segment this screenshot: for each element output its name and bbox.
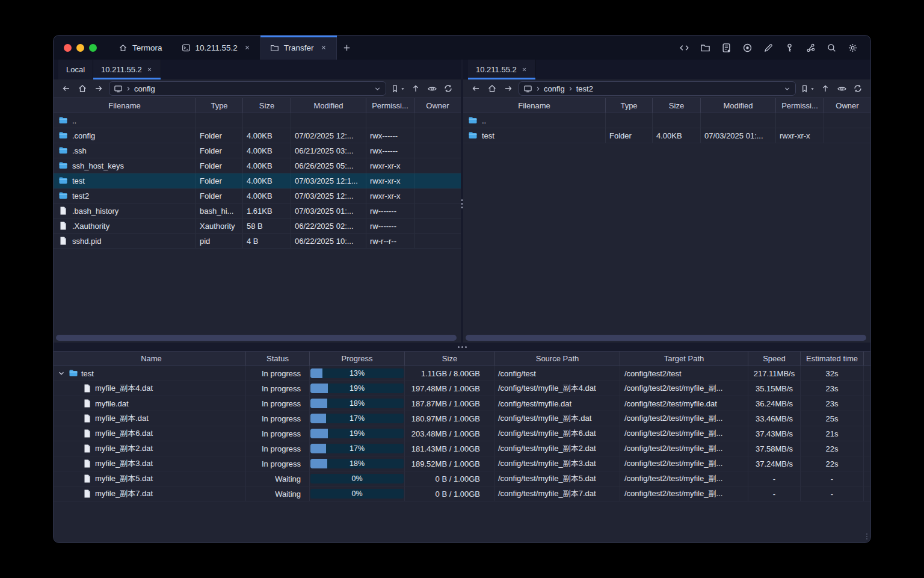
path-field[interactable]: config bbox=[109, 81, 386, 96]
close-tab-icon[interactable] bbox=[244, 44, 251, 51]
column-header-permissions[interactable]: Permissi... bbox=[776, 98, 824, 113]
close-pane-tab-icon[interactable] bbox=[521, 66, 528, 73]
transfer-row[interactable]: test In progress 13% 1.11GB / 8.00GB /co… bbox=[54, 366, 870, 381]
minimize-window-button[interactable] bbox=[76, 44, 84, 52]
show-hidden-eye-icon[interactable] bbox=[836, 82, 848, 95]
column-header-status[interactable]: Status bbox=[246, 352, 310, 365]
file-row[interactable]: .ssh Folder 4.00KB 06/21/2025 03:... rwx… bbox=[54, 143, 461, 158]
column-header-target-path[interactable]: Target Path bbox=[620, 352, 748, 365]
horizontal-scrollbar[interactable] bbox=[56, 335, 457, 341]
back-icon[interactable] bbox=[60, 82, 72, 95]
home-icon[interactable] bbox=[486, 82, 498, 95]
transfer-panel: Name Status Progress Size Source Path Ta… bbox=[54, 351, 870, 542]
path-field[interactable]: config test2 bbox=[519, 81, 796, 96]
file-row[interactable]: .. bbox=[54, 113, 461, 128]
edit-icon[interactable] bbox=[761, 40, 775, 55]
breadcrumb-segment[interactable]: test2 bbox=[567, 84, 593, 93]
forward-icon[interactable] bbox=[93, 82, 105, 95]
port-forward-icon[interactable] bbox=[803, 40, 818, 55]
window-tab[interactable]: 10.211.55.2 bbox=[172, 36, 260, 60]
file-row[interactable]: .. bbox=[463, 113, 870, 128]
refresh-icon[interactable] bbox=[442, 82, 454, 95]
key-icon[interactable] bbox=[782, 40, 796, 55]
transfer-estimated-time: 23s bbox=[801, 381, 864, 396]
transfer-row[interactable]: myfile.dat In progress 18% 187.87MB / 1.… bbox=[54, 396, 870, 411]
column-header-estimated-time[interactable]: Estimated time bbox=[801, 352, 864, 365]
transfer-row[interactable]: myfile_副本6.dat In progress 19% 203.48MB … bbox=[54, 426, 870, 441]
window-tab[interactable]: Termora bbox=[109, 36, 172, 60]
column-header-size[interactable]: Size bbox=[405, 352, 495, 365]
column-header-owner[interactable]: Owner bbox=[414, 98, 461, 113]
column-header-size[interactable]: Size bbox=[653, 98, 701, 113]
horizontal-splitter[interactable] bbox=[54, 343, 870, 351]
column-header-owner[interactable]: Owner bbox=[824, 98, 870, 113]
transfer-row[interactable]: myfile_副本3.dat In progress 18% 189.52MB … bbox=[54, 456, 870, 471]
upload-icon[interactable] bbox=[819, 82, 831, 95]
column-header-size[interactable]: Size bbox=[243, 98, 291, 113]
file-icon bbox=[82, 414, 92, 423]
right-file-list: .. test bbox=[463, 113, 870, 143]
pane-tab[interactable]: Local bbox=[58, 60, 93, 79]
search-icon[interactable] bbox=[824, 40, 839, 55]
computer-icon bbox=[523, 84, 532, 93]
new-window-tab-button[interactable] bbox=[337, 36, 357, 60]
file-row[interactable]: test2 Folder 4.00KB 07/03/2025 12:... rw… bbox=[54, 188, 461, 204]
transfer-row[interactable]: myfile_副本4.dat In progress 19% 197.48MB … bbox=[54, 381, 870, 396]
close-window-button[interactable] bbox=[64, 44, 72, 52]
file-row[interactable]: test Folder 4.00KB 07/03/2025 01:... rwx… bbox=[463, 128, 870, 143]
breadcrumb-segment[interactable]: config bbox=[125, 84, 155, 93]
file-permissions bbox=[366, 113, 414, 128]
code-icon[interactable] bbox=[677, 40, 691, 55]
log-icon[interactable] bbox=[719, 40, 733, 55]
resize-grip[interactable] bbox=[866, 533, 867, 539]
column-header-permissions[interactable]: Permissi... bbox=[366, 98, 414, 113]
close-tab-icon[interactable] bbox=[320, 44, 327, 51]
upload-icon[interactable] bbox=[410, 82, 422, 95]
breadcrumb-segment[interactable]: config bbox=[535, 84, 565, 93]
path-dropdown-icon[interactable] bbox=[783, 85, 791, 93]
pane-tab[interactable]: 10.211.55.2 bbox=[93, 60, 161, 79]
window-tab[interactable]: Transfer bbox=[260, 36, 337, 60]
back-icon[interactable] bbox=[470, 82, 482, 95]
vertical-splitter-handle[interactable] bbox=[461, 199, 463, 208]
column-header-source-path[interactable]: Source Path bbox=[495, 352, 620, 365]
refresh-icon[interactable] bbox=[852, 82, 864, 95]
transfer-row[interactable]: myfile_副本5.dat Waiting 0% 0 B / 1.00GB /… bbox=[54, 471, 870, 486]
path-dropdown-icon[interactable] bbox=[374, 85, 381, 93]
show-hidden-eye-icon[interactable] bbox=[426, 82, 438, 95]
column-header-name[interactable]: Name bbox=[54, 352, 246, 365]
chevron-down-icon[interactable] bbox=[57, 369, 66, 378]
horizontal-scrollbar[interactable] bbox=[466, 335, 866, 341]
column-header-modified[interactable]: Modified bbox=[291, 98, 366, 113]
settings-icon[interactable] bbox=[845, 40, 860, 55]
column-header-progress[interactable]: Progress bbox=[310, 352, 405, 365]
home-icon[interactable] bbox=[76, 82, 88, 95]
bookmark-button[interactable] bbox=[800, 84, 815, 93]
file-row[interactable]: ssh_host_keys Folder 4.00KB 06/26/2025 0… bbox=[54, 158, 461, 173]
file-modified bbox=[701, 113, 776, 128]
transfer-name: myfile.dat bbox=[95, 399, 129, 408]
column-header-filename[interactable]: Filename bbox=[54, 98, 196, 113]
transfer-row[interactable]: myfile_副本2.dat In progress 17% 181.43MB … bbox=[54, 441, 870, 456]
transfer-status: Waiting bbox=[246, 471, 310, 486]
folder-icon[interactable] bbox=[698, 40, 712, 55]
column-header-filename[interactable]: Filename bbox=[463, 98, 606, 113]
file-row[interactable]: sshd.pid pid 4 B 06/22/2025 10:... rw-r-… bbox=[54, 234, 461, 249]
pane-tab[interactable]: 10.211.55.2 bbox=[468, 60, 536, 79]
zoom-window-button[interactable] bbox=[89, 44, 97, 52]
bookmark-button[interactable] bbox=[390, 84, 405, 93]
file-row[interactable]: .Xauthority Xauthority 58 B 06/22/2025 0… bbox=[54, 219, 461, 234]
column-header-type[interactable]: Type bbox=[196, 98, 243, 113]
column-header-modified[interactable]: Modified bbox=[701, 98, 776, 113]
forward-icon[interactable] bbox=[502, 82, 514, 95]
file-row[interactable]: .bash_history bash_hi... 1.61KB 07/03/20… bbox=[54, 204, 461, 219]
close-pane-tab-icon[interactable] bbox=[146, 66, 153, 73]
caret-down-icon bbox=[810, 86, 815, 92]
file-row[interactable]: test Folder 4.00KB 07/03/2025 12:1... rw… bbox=[54, 173, 461, 188]
transfer-row[interactable]: myfile_副本7.dat Waiting 0% 0 B / 1.00GB /… bbox=[54, 486, 870, 502]
record-icon[interactable] bbox=[740, 40, 754, 55]
file-row[interactable]: .config Folder 4.00KB 07/02/2025 12:... … bbox=[54, 128, 461, 143]
column-header-type[interactable]: Type bbox=[606, 98, 653, 113]
column-header-speed[interactable]: Speed bbox=[748, 352, 801, 365]
transfer-row[interactable]: myfile_副本.dat In progress 17% 180.97MB /… bbox=[54, 411, 870, 426]
